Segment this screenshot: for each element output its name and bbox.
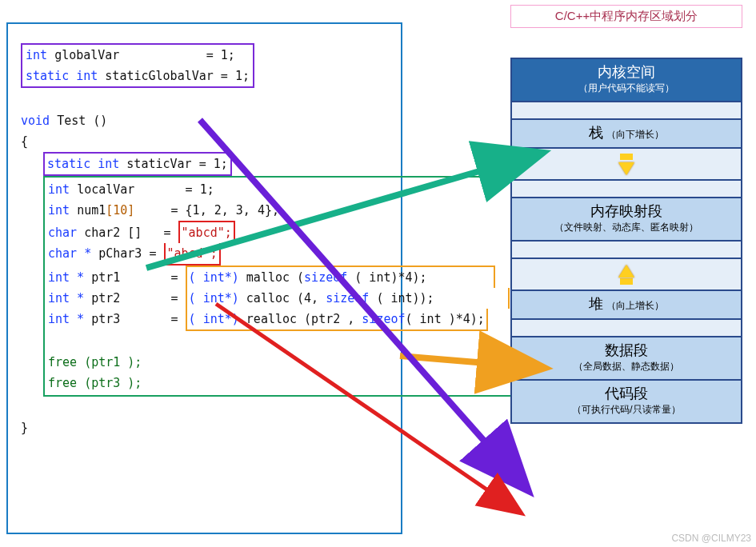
kw: int	[48, 182, 70, 197]
line-free1: free (ptr1 );	[48, 352, 510, 373]
region-sub: （向下增长）	[606, 129, 664, 140]
abcd-box-2: "abcd";	[164, 243, 221, 266]
line-free3: free (ptr3 );	[48, 373, 510, 393]
arg: ( int)*4);	[347, 270, 426, 285]
call: malloc (	[246, 270, 304, 285]
free: free (ptr3 );	[48, 376, 142, 390]
diagram-title: C/C++中程序内存区域划分	[510, 5, 742, 28]
arg: ( int));	[369, 291, 434, 305]
line-ptr1: int * ptr1 = ( int*) malloc (sizeof ( in…	[48, 266, 510, 288]
cast: ( int*)	[189, 312, 239, 326]
line-staticVar: static int staticVar = 1;	[47, 157, 228, 171]
region-sub: （全局数据、静态数据）	[515, 358, 738, 374]
locals-box: int localVar = 1; int num1[10] = {1, 2, …	[43, 176, 514, 397]
region-kernel: 内核空间 （用户代码不能读写）	[512, 59, 741, 101]
malloc-box-2: ( int*) calloc (4, sizeof ( int));	[186, 288, 510, 309]
val: = {1, 2, 3, 4};	[171, 203, 279, 218]
region-sub: （可执行代码/只读常量）	[515, 401, 738, 417]
region-title: 栈	[589, 125, 603, 141]
cast: ( int*)	[189, 270, 239, 285]
id: ptr1	[91, 270, 120, 285]
blank	[21, 90, 381, 110]
gap-4	[512, 318, 741, 336]
region-sub: （文件映射、动态库、匿名映射）	[515, 219, 738, 235]
region-title: 代码段	[515, 385, 738, 401]
arrow-down-icon	[618, 162, 634, 175]
id: ptr3	[91, 312, 120, 326]
eq: =	[149, 246, 156, 261]
global-vars-box: int globalVar = 1; static int staticGlob…	[21, 43, 254, 88]
kw: int *	[48, 312, 84, 326]
line-num1: int num1[10] = {1, 2, 3, 4};	[48, 200, 510, 221]
id: staticVar	[126, 157, 191, 171]
val: = 1;	[199, 157, 228, 171]
stack-arrow-row	[512, 147, 741, 179]
kw: static int	[26, 69, 98, 83]
region-data: 数据段 （全局数据、静态数据）	[512, 336, 741, 379]
malloc-box-1: ( int*) malloc (sizeof ( int)*4);	[186, 266, 495, 288]
arrow-up-icon	[618, 265, 634, 277]
val: = 1;	[221, 69, 250, 83]
str: "abcd";	[182, 226, 232, 240]
id: char2 []	[84, 226, 142, 240]
region-title: 内核空间	[515, 64, 738, 80]
region-title: 数据段	[515, 342, 738, 358]
region-code: 代码段 （可执行代码/只读常量）	[512, 379, 741, 422]
staticVar-box: static int staticVar = 1;	[43, 152, 232, 176]
call: calloc (4,	[246, 291, 326, 305]
code-panel: int globalVar = 1; static int staticGlob…	[6, 22, 402, 534]
sizeof: sizeof	[326, 291, 369, 305]
brace-open: {	[21, 131, 381, 152]
line-ptr2: int * ptr2 = ( int*) calloc (4, sizeof (…	[48, 288, 510, 309]
region-mmap: 内存映射段 （文件映射、动态库、匿名映射）	[512, 197, 741, 240]
blank3	[21, 397, 381, 417]
eq: =	[164, 226, 171, 240]
sizeof: sizeof	[362, 312, 405, 326]
region-heap: 堆 （向上增长）	[512, 289, 741, 318]
line-fn: void Test ()	[21, 110, 381, 131]
eq: =	[171, 270, 178, 285]
cast: ( int*)	[189, 291, 239, 305]
region-title: 内存映射段	[515, 203, 738, 219]
idx: [10]	[106, 203, 134, 218]
id: staticGlobalVar	[105, 69, 213, 83]
fn: Test ()	[57, 114, 107, 128]
region-sub: （用户代码不能读写）	[515, 80, 738, 96]
line-ptr3: int * ptr3 = ( int*) realloc (ptr2 , siz…	[48, 309, 510, 331]
line-globalVar: int globalVar = 1;	[26, 45, 250, 66]
gap-1	[512, 101, 741, 118]
line-pChar3: char * pChar3 = "abcd";	[48, 243, 510, 266]
free: free (ptr1 );	[48, 355, 142, 369]
arrow-stem	[620, 278, 633, 285]
region-sub: （向上增长）	[606, 300, 664, 311]
abcd-box-1: "abcd";	[178, 221, 235, 243]
blank2	[48, 331, 510, 352]
gap-3	[512, 240, 741, 258]
kw: int	[26, 48, 47, 62]
kw: void	[21, 114, 50, 128]
arg: ( int )*4);	[406, 312, 485, 326]
val: = 1;	[206, 48, 235, 62]
sizeof: sizeof	[304, 270, 347, 285]
brace-close: }	[21, 417, 381, 438]
kw: static int	[47, 157, 119, 171]
region-stack: 栈 （向下增长）	[512, 118, 741, 147]
id: num1	[77, 203, 106, 218]
line-localVar: int localVar = 1;	[48, 179, 510, 200]
id: ptr2	[91, 291, 120, 305]
arrow-stem	[620, 154, 633, 160]
region-title: 堆	[589, 296, 603, 312]
kw: int *	[48, 270, 84, 285]
line-char2: char char2 [] = "abcd";	[48, 221, 510, 243]
memory-layout: 内核空间 （用户代码不能读写） 栈 （向下增长） 内存映射段 （文件映射、动态库…	[510, 58, 742, 424]
id: pChar3	[98, 246, 142, 261]
kw: int	[48, 203, 70, 218]
heap-arrow-row	[512, 258, 741, 289]
call: realloc (ptr2 ,	[246, 312, 362, 326]
kw: int *	[48, 291, 84, 305]
malloc-box-3: ( int*) realloc (ptr2 , sizeof( int )*4)…	[186, 309, 488, 331]
watermark: CSDN @CILMY23	[671, 533, 751, 544]
id: globalVar	[54, 48, 119, 62]
kw: char	[48, 226, 77, 240]
val: = 1;	[186, 182, 214, 197]
